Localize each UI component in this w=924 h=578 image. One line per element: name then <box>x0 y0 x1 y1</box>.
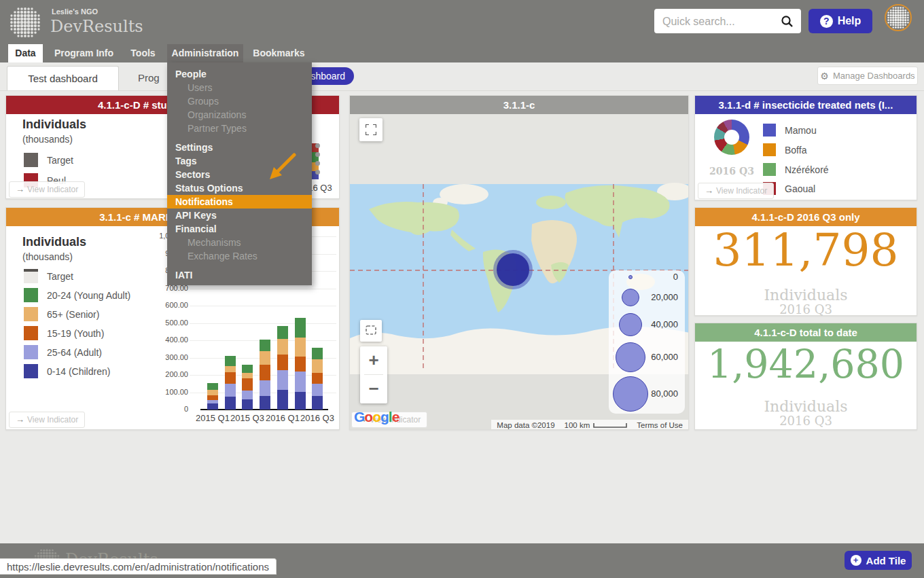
bar-segment-15-19-youth <box>277 355 288 370</box>
legend-bubble-value: 40,000 <box>637 319 678 329</box>
bar-segment-0-14-children <box>242 399 253 410</box>
bar-segment-0-14-children <box>277 390 288 410</box>
tab-bookmarks[interactable]: Bookmarks <box>250 44 308 62</box>
menu-item-exchange-rates: Exchange Rates <box>167 249 312 263</box>
scale-bar-icon <box>593 422 627 429</box>
bar-segment-15-19-youth <box>225 372 236 384</box>
bar-segment-20-24-young-adult <box>207 383 218 390</box>
scale-label: 100 km <box>565 421 590 429</box>
bar-segment-20-24-young-adult <box>312 348 323 359</box>
legend-bubble-value: 80,000 <box>637 389 678 399</box>
stacked-bar-2016-q1 <box>277 326 288 410</box>
search-input[interactable] <box>661 9 772 35</box>
y-tick-label: 100.00 <box>132 388 188 396</box>
user-avatar[interactable] <box>885 4 912 31</box>
stat-period: 2016 Q3 <box>695 414 917 428</box>
y-tick-label: 300.00 <box>132 353 188 361</box>
google-logo-letter: g <box>380 409 389 425</box>
app-name: DevResults <box>50 17 143 36</box>
manage-dashboards-label: Manage Dashboards <box>833 71 915 81</box>
tab-data[interactable]: Data <box>8 44 43 62</box>
map-attribution: Map data ©2019 100 km Terms of Use <box>491 420 688 429</box>
search-icon[interactable] <box>781 15 794 28</box>
google-logo-letter: e <box>392 409 399 425</box>
google-logo-letter: o <box>372 409 380 425</box>
bar-segment-0-14-children <box>225 397 236 410</box>
x-tick-label: 2016 Q3 <box>295 413 340 423</box>
add-tile-button[interactable]: + Add Tile <box>845 551 912 570</box>
tile-header-total: 4.1.1-c-D total to date <box>695 323 917 342</box>
tile-insecticide-nets: 3.1.1-d # insecticide treated nets (I...… <box>694 95 917 200</box>
tile-stat-total-to-date: 4.1.1-c-D total to date 1,942,680 Indivi… <box>694 323 917 430</box>
legend-item-mamou: Mamou <box>763 124 817 137</box>
add-tile-label: Add Tile <box>866 555 906 566</box>
stacked-bar-2015-q2 <box>225 356 236 410</box>
y-tick-label: 0 <box>132 405 188 413</box>
stat-unit: Individuals <box>695 287 917 304</box>
menu-item-iati[interactable]: IATI <box>167 268 312 282</box>
stacked-bar-2016-q2 <box>295 318 306 410</box>
tile-header-map: 3.1.1-c <box>350 96 688 114</box>
manage-dashboards-button[interactable]: ⚙ Manage Dashboards <box>817 67 918 85</box>
legend-bubble <box>628 275 633 279</box>
bar-segment-0-14-children <box>260 396 270 410</box>
google-logo[interactable]: Google <box>354 409 399 425</box>
legend-swatch <box>24 153 38 167</box>
view-indicator-button[interactable]: → View Indicator <box>698 183 774 199</box>
tab-program-info[interactable]: Program Info <box>51 44 117 62</box>
box-select-icon <box>366 325 376 335</box>
help-label: Help <box>838 15 861 27</box>
y-tick-label: 600.00 <box>132 301 188 309</box>
menu-item-financial[interactable]: Financial <box>167 222 312 236</box>
y-tick-label: 200.00 <box>132 370 188 378</box>
google-logo-letter: o <box>364 409 372 425</box>
arrow-right-icon: → <box>16 182 24 197</box>
dashboard-tab-partial[interactable]: Prog <box>138 66 160 90</box>
dashboard-tab-bar: Test dashboard Prog dashboard ⚙ Manage D… <box>0 62 924 91</box>
donut-caption: 2016 Q3 <box>705 166 759 177</box>
bar-segment-25-64-adult <box>277 370 288 390</box>
quick-search-box <box>654 9 801 33</box>
org-name: Leslie's NGO <box>52 7 98 16</box>
gridline <box>190 289 336 289</box>
tab-administration[interactable]: Administration <box>167 44 243 62</box>
app-canvas: Leslie's NGO DevResults ? Help DataProgr… <box>0 0 924 578</box>
tile-header-q3only: 4.1.1-c-D 2016 Q3 only <box>695 208 917 226</box>
fullscreen-button[interactable] <box>359 118 383 141</box>
bar-segment-0-14-children <box>295 392 306 410</box>
legend-item-boffa: Boffa <box>763 143 806 156</box>
terms-of-use-link[interactable]: Terms of Use <box>637 421 683 429</box>
bar-segment-65-senior <box>312 359 323 373</box>
bar-segment-15-19-youth <box>207 395 218 400</box>
bar-segment-25-64-adult <box>260 380 270 396</box>
bar-segment-15-19-youth <box>242 378 253 391</box>
legend-label: Mamou <box>785 125 817 136</box>
help-button[interactable]: ? Help <box>808 9 872 33</box>
tile-map: 3.1.1-c <box>349 95 689 430</box>
status-bar-url: https://leslie.devresults.com/en/adminis… <box>0 558 277 575</box>
bar-segment-20-24-young-adult <box>225 356 236 366</box>
zoom-out-button[interactable]: − <box>360 375 387 403</box>
menu-item-mechanisms: Mechanisms <box>167 236 312 249</box>
menu-item-people[interactable]: People <box>167 67 312 81</box>
arrow-right-icon: → <box>16 412 24 427</box>
menu-item-notifications[interactable]: Notifications <box>167 195 312 209</box>
main-nav: DataProgram InfoToolsAdministrationBookm… <box>0 44 924 62</box>
menu-item-groups: Groups <box>167 94 312 108</box>
view-indicator-label: View Indicator <box>716 183 767 198</box>
view-indicator-button[interactable]: → View Indicator <box>9 181 85 198</box>
stacked-bar-2015-q4 <box>260 340 270 410</box>
stat-period: 2016 Q3 <box>695 302 917 317</box>
menu-item-partner-types: Partner Types <box>167 122 312 135</box>
map-canvas[interactable]: + − → View Indicator Google Map data ©20… <box>350 114 688 429</box>
view-indicator-button[interactable]: → View Indicator <box>9 412 85 428</box>
stacked-bar-2015-q1 <box>207 383 218 410</box>
dashboard-tab-test-dashboard[interactable]: Test dashboard <box>7 66 119 90</box>
measure-subtitle: (thousands) <box>22 134 73 145</box>
zoom-in-button[interactable]: + <box>360 346 387 374</box>
y-tick-label: 400.00 <box>132 336 188 344</box>
menu-item-api-keys[interactable]: API Keys <box>167 209 312 222</box>
box-select-button[interactable] <box>360 320 382 342</box>
tab-tools[interactable]: Tools <box>124 44 162 62</box>
bar-segment-20-24-young-adult <box>295 318 306 338</box>
